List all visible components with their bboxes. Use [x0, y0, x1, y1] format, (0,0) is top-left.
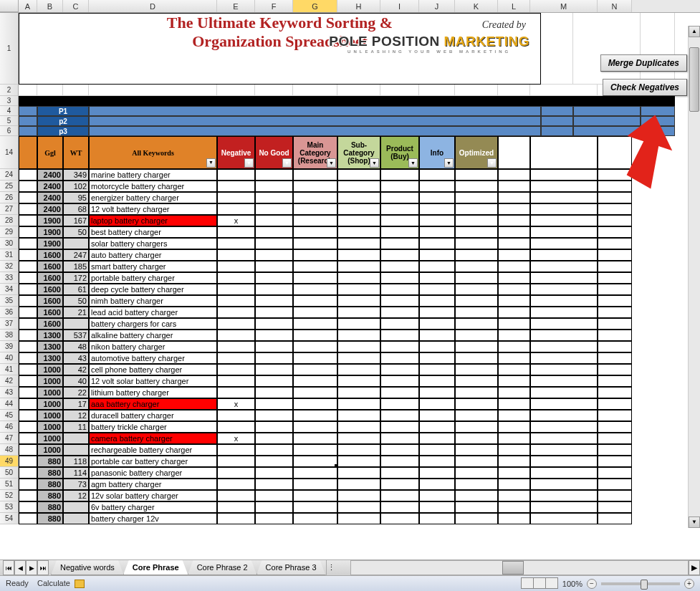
- optimized-cell[interactable]: [455, 169, 498, 181]
- empty-cell[interactable]: [598, 375, 632, 387]
- optimized-cell[interactable]: [455, 410, 498, 421]
- ggl-value[interactable]: 1000: [37, 387, 63, 398]
- empty-cell[interactable]: [573, 13, 641, 85]
- empty-cell[interactable]: [530, 467, 598, 479]
- empty-cell[interactable]: [498, 490, 530, 501]
- optimized-cell[interactable]: [455, 433, 498, 444]
- empty-cell[interactable]: [598, 307, 632, 318]
- sub-cat-cell[interactable]: [337, 433, 380, 444]
- empty-cell[interactable]: [598, 249, 632, 261]
- row-header[interactable]: 35: [0, 295, 19, 307]
- sub-cat-cell[interactable]: [337, 238, 380, 249]
- empty-cell[interactable]: [19, 203, 37, 215]
- col-header-D[interactable]: D: [89, 0, 217, 12]
- negative-cell[interactable]: [217, 192, 255, 203]
- nogood-cell[interactable]: [255, 272, 293, 284]
- empty-cell[interactable]: [498, 444, 530, 456]
- empty-cell[interactable]: [19, 467, 37, 479]
- main-cat-cell[interactable]: [293, 364, 337, 375]
- scroll-down-icon[interactable]: ▼: [689, 516, 700, 528]
- wt-value[interactable]: 68: [63, 203, 89, 215]
- optimized-cell[interactable]: [455, 238, 498, 249]
- empty-cell[interactable]: [498, 341, 530, 352]
- sub-cat-cell[interactable]: [337, 352, 380, 364]
- negative-cell[interactable]: [217, 387, 255, 398]
- zoom-out-icon[interactable]: −: [587, 579, 597, 589]
- wt-value[interactable]: 349: [63, 169, 89, 181]
- keyword-cell[interactable]: agm battery charger: [89, 479, 217, 490]
- wt-value[interactable]: 247: [63, 249, 89, 261]
- filter-dropdown-icon[interactable]: ▼: [206, 158, 216, 168]
- page-break-view-icon[interactable]: [545, 577, 558, 589]
- negative-cell[interactable]: [217, 364, 255, 375]
- keyword-cell[interactable]: cell phone battery charger: [89, 364, 217, 375]
- empty-cell[interactable]: [498, 433, 530, 444]
- keyword-cell[interactable]: smart battery charger: [89, 261, 217, 272]
- empty-cell[interactable]: [19, 106, 37, 116]
- negative-cell[interactable]: [217, 375, 255, 387]
- wt-value[interactable]: 22: [63, 387, 89, 398]
- row-header[interactable]: 49: [0, 456, 19, 467]
- col-header-A[interactable]: A: [19, 0, 37, 12]
- row-header[interactable]: 29: [0, 226, 19, 238]
- wt-value[interactable]: 537: [63, 330, 89, 341]
- ggl-value[interactable]: 1000: [37, 398, 63, 410]
- product-cell[interactable]: [380, 387, 419, 398]
- main-cat-cell[interactable]: [293, 456, 337, 467]
- nogood-cell[interactable]: [255, 364, 293, 375]
- product-cell[interactable]: [380, 330, 419, 341]
- nogood-cell[interactable]: [255, 387, 293, 398]
- info-cell[interactable]: [419, 501, 455, 513]
- col-header-E[interactable]: E: [217, 0, 255, 12]
- wt-value[interactable]: 95: [63, 192, 89, 203]
- nogood-cell[interactable]: [255, 307, 293, 318]
- keyword-cell[interactable]: 12 volt solar battery charger: [89, 375, 217, 387]
- empty-cell[interactable]: [19, 226, 37, 238]
- empty-cell[interactable]: [530, 330, 598, 341]
- info-cell[interactable]: [419, 352, 455, 364]
- keyword-cell[interactable]: portable battery charger: [89, 272, 217, 284]
- product-cell[interactable]: [380, 433, 419, 444]
- sub-cat-cell[interactable]: [337, 318, 380, 330]
- empty-cell[interactable]: [598, 238, 632, 249]
- ggl-value[interactable]: 880: [37, 456, 63, 467]
- filter-dropdown-icon[interactable]: ▼: [444, 158, 454, 168]
- empty-cell[interactable]: [530, 169, 598, 181]
- wt-value[interactable]: [63, 513, 89, 524]
- zoom-slider[interactable]: [601, 582, 680, 585]
- row-header[interactable]: 50: [0, 467, 19, 479]
- product-cell[interactable]: [380, 284, 419, 295]
- sub-cat-cell[interactable]: [337, 444, 380, 456]
- negative-cell[interactable]: [217, 318, 255, 330]
- empty-cell[interactable]: [498, 352, 530, 364]
- product-cell[interactable]: [380, 318, 419, 330]
- empty-cell[interactable]: [530, 284, 598, 295]
- row-header[interactable]: 30: [0, 238, 19, 249]
- empty-cell[interactable]: [598, 433, 632, 444]
- main-cat-cell[interactable]: [293, 352, 337, 364]
- main-cat-cell[interactable]: [293, 226, 337, 238]
- check-negatives-button[interactable]: Check Negatives: [603, 79, 687, 96]
- main-cat-cell[interactable]: [293, 375, 337, 387]
- empty-cell[interactable]: [598, 203, 632, 215]
- optimized-cell[interactable]: [455, 513, 498, 524]
- info-cell[interactable]: [419, 261, 455, 272]
- optimized-cell[interactable]: [455, 307, 498, 318]
- wt-value[interactable]: [63, 501, 89, 513]
- product-cell[interactable]: [380, 479, 419, 490]
- sub-cat-cell[interactable]: [337, 490, 380, 501]
- nogood-cell[interactable]: [255, 398, 293, 410]
- empty-cell[interactable]: [498, 467, 530, 479]
- empty-cell[interactable]: [530, 192, 598, 203]
- main-cat-cell[interactable]: [293, 410, 337, 421]
- wt-value[interactable]: [63, 444, 89, 456]
- ggl-value[interactable]: 2400: [37, 181, 63, 192]
- main-cat-cell[interactable]: [293, 421, 337, 433]
- sub-cat-cell[interactable]: [337, 467, 380, 479]
- keyword-cell[interactable]: best battery charger: [89, 226, 217, 238]
- sub-cat-cell[interactable]: [337, 192, 380, 203]
- optimized-cell[interactable]: [455, 352, 498, 364]
- wt-value[interactable]: 185: [63, 261, 89, 272]
- row-header[interactable]: 1: [0, 13, 19, 85]
- ggl-value[interactable]: 880: [37, 513, 63, 524]
